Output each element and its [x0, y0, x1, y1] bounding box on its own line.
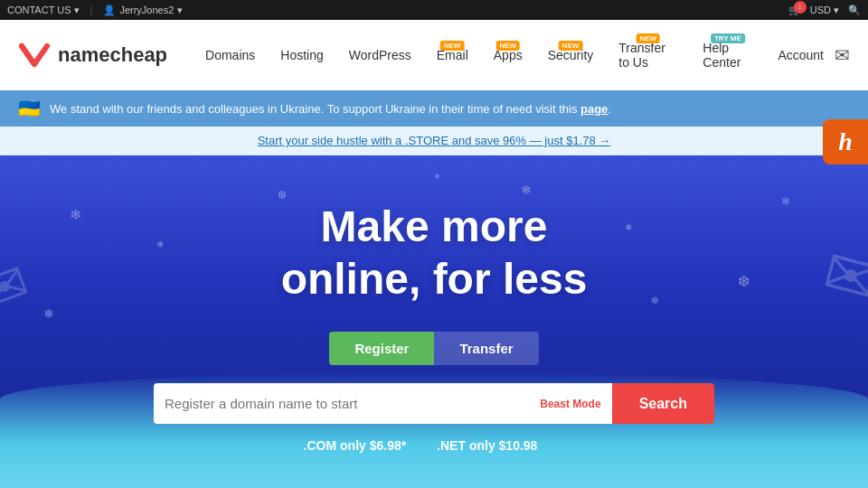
- nav-item-help[interactable]: TRY ME Help Center: [692, 35, 763, 75]
- beast-mode-toggle[interactable]: Beast Mode: [540, 398, 600, 410]
- nav-label-wordpress: WordPress: [349, 48, 411, 62]
- ukraine-banner-text: We stand with our friends and colleagues…: [50, 102, 611, 116]
- register-tab[interactable]: Register: [329, 332, 434, 365]
- envelope-right: ✉: [815, 233, 868, 318]
- nav-item-wordpress[interactable]: WordPress: [338, 42, 422, 68]
- snowflake-3: ❆: [278, 189, 287, 202]
- nav-badge-security: NEW: [559, 41, 583, 51]
- currency-selector[interactable]: USD ▾: [810, 5, 839, 16]
- snowflake-5: ❅: [625, 222, 632, 232]
- search-button[interactable]: Search: [612, 383, 714, 424]
- snowflake-8: ❅: [43, 306, 54, 321]
- snowflake-2: ❅: [156, 239, 164, 249]
- hero-section: ❄ ❅ ❆ ❄ ❅ ❆ ❄ ❅ ❆ ❄ ✉ ✉ Make more online…: [0, 155, 868, 488]
- nav-badge-email: NEW: [440, 41, 465, 51]
- ukraine-banner: 🇺🇦 We stand with our friends and colleag…: [0, 90, 868, 127]
- hackers-logo[interactable]: h: [823, 119, 868, 164]
- nav-badge-help: TRY ME: [711, 33, 745, 43]
- cart-button[interactable]: 🛒 1: [788, 5, 801, 16]
- top-bar-left: CONTACT US ▾ | 👤 JerryJones2 ▾: [7, 5, 183, 16]
- nav-item-account[interactable]: Account: [767, 42, 835, 68]
- nav-item-apps[interactable]: NEW Apps: [483, 42, 533, 68]
- search-input-wrapper: Beast Mode: [154, 383, 612, 424]
- contact-us-link[interactable]: CONTACT US ▾: [7, 5, 80, 16]
- envelope-left: ✉: [0, 250, 36, 325]
- nav-item-domains[interactable]: Domains: [194, 42, 266, 68]
- nav-label-hosting: Hosting: [280, 48, 323, 62]
- domain-tabs: Register Transfer: [329, 332, 538, 365]
- promo-banner: Start your side hustle with a .STORE and…: [0, 127, 868, 155]
- snowflake-10: ❄: [434, 173, 440, 181]
- domain-search-input[interactable]: [165, 383, 533, 424]
- net-price: only $10.98: [469, 438, 538, 453]
- hero-title: Make more online, for less: [281, 201, 588, 305]
- nav-label-help: Help Center: [703, 41, 752, 70]
- snowflake-9: ❆: [651, 296, 658, 305]
- nav-label-account: Account: [778, 48, 824, 62]
- snowflake-4: ❄: [521, 183, 532, 197]
- com-price: only $6.98*: [340, 438, 406, 453]
- domain-pricing: .COM only $6.98* .NET only $10.98: [304, 438, 565, 453]
- nav-badge-apps: NEW: [495, 41, 520, 51]
- nav-item-email[interactable]: NEW Email: [426, 42, 479, 68]
- user-menu[interactable]: 👤 JerryJones2 ▾: [103, 5, 183, 16]
- nav-item-transfer[interactable]: NEW Transfer to Us: [608, 35, 688, 75]
- top-bar-divider: |: [90, 5, 93, 15]
- promo-link[interactable]: Start your side hustle with a .STORE and…: [258, 134, 611, 147]
- cart-notification-badge: 1: [794, 1, 807, 14]
- user-avatar-icon: 👤: [103, 5, 116, 16]
- nav-badge-transfer: NEW: [636, 33, 660, 43]
- snowflake-7: ❄: [781, 195, 790, 208]
- com-pricing-link[interactable]: .COM only $6.98*: [304, 438, 410, 453]
- header-mail-icon[interactable]: ✉: [835, 44, 850, 66]
- logo-link[interactable]: namecheap: [18, 39, 167, 71]
- transfer-tab[interactable]: Transfer: [434, 332, 538, 365]
- nav-item-security[interactable]: NEW Security: [537, 42, 605, 68]
- top-search-icon[interactable]: 🔍: [848, 5, 861, 16]
- top-bar: CONTACT US ▾ | 👤 JerryJones2 ▾ 🛒 1 USD ▾…: [0, 0, 868, 20]
- logo-icon: [18, 39, 51, 71]
- nav-item-hosting[interactable]: Hosting: [269, 42, 334, 68]
- domain-search-bar: Beast Mode Search: [154, 383, 714, 424]
- ukraine-page-link[interactable]: page: [580, 102, 608, 116]
- header: namecheap Domains Hosting WordPress NEW …: [0, 20, 868, 90]
- com-tld: .COM: [304, 438, 337, 453]
- ukraine-flag-icon: 🇺🇦: [18, 98, 41, 119]
- nav-label-transfer: Transfer to Us: [618, 41, 677, 70]
- net-pricing-link[interactable]: .NET only $10.98: [437, 438, 537, 453]
- snowflake-6: ❆: [738, 273, 750, 290]
- main-nav: Domains Hosting WordPress NEW Email NEW …: [194, 35, 835, 75]
- nav-label-domains: Domains: [205, 48, 255, 62]
- top-bar-right: 🛒 1 USD ▾ 🔍: [788, 5, 861, 16]
- snowflake-1: ❄: [70, 206, 81, 223]
- logo-text: namecheap: [58, 43, 167, 67]
- net-tld: .NET: [437, 438, 466, 453]
